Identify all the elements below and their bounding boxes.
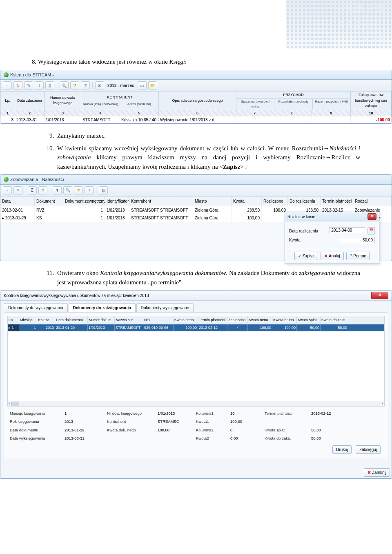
tab-wyksiegowane[interactable]: Dokumenty wyksięgowane [136, 303, 194, 312]
popup-zapisz-button[interactable]: ✔Zapisz [294, 252, 318, 260]
kontrola-grid-empty-area [8, 331, 384, 401]
kgcell: 1/01/2013 [88, 324, 115, 332]
kgcol[interactable]: Numer dok.ks [88, 316, 115, 324]
toolbar-separator [25, 187, 25, 194]
zcol[interactable]: Dokument zewnętrzny [63, 197, 105, 206]
kgcell: 50,00 [321, 324, 348, 332]
kgcell: 100,00 [174, 324, 198, 332]
cell-c8 [273, 116, 312, 123]
ksiega-titlebar: Księga dla STREAM - [0, 70, 392, 80]
drukuj-button[interactable]: Drukuj [332, 445, 352, 454]
toolbar-icon-mail[interactable]: ✉ [95, 81, 104, 89]
toolbar-icon-print[interactable]: ⎙ [38, 186, 47, 194]
kgcell: 1 [19, 324, 37, 332]
toolbar-icon-zoom[interactable]: 🔍 [63, 186, 72, 194]
p8-italic: Księgi [169, 58, 185, 65]
kgcol[interactable]: Lp [8, 316, 19, 324]
kontrola-close-button[interactable]: ✕ [371, 292, 388, 299]
kf-val: 100,00 [230, 419, 259, 424]
kgcol[interactable]: Kwota do zaks [321, 316, 348, 324]
kgcol[interactable]: Data dokumentu [55, 316, 88, 324]
toolbar-icon-doc[interactable]: ▫ [3, 186, 12, 194]
toolbar-icon-filter2[interactable]: ⧩ [85, 186, 94, 194]
toolbar-icon-edit[interactable]: ✎ [13, 186, 22, 194]
popup-pomoc-button[interactable]: ?Pomoc [346, 252, 370, 260]
popup-close-button[interactable]: ✕ [368, 213, 376, 220]
toolbar-icon-print[interactable]: ⎙ [45, 81, 54, 89]
toolbar-icon-filter2[interactable]: ⧩ [81, 81, 90, 89]
kf-lab [107, 436, 152, 441]
p11-text-a: Otwieramy okno [57, 270, 100, 276]
toolbar-icon-sum[interactable]: Σ [28, 186, 37, 194]
list-item-10: W kwietniu spłacamy wcześniej wyksięgowa… [56, 144, 360, 172]
kf-lab: Kwota spłat [265, 427, 305, 433]
kf-lab: Miesiąc księgowania [10, 411, 59, 416]
zcol[interactable]: Kontrahent [129, 197, 193, 206]
zcol[interactable]: Identyfikator [105, 197, 129, 206]
cell-lp: 3 [0, 116, 15, 123]
tab-do-wyksiegowania[interactable]: Dokumenty do wyksięgowania [4, 303, 68, 312]
kgcol[interactable]: Rok za [37, 316, 55, 324]
zcol[interactable]: Kwota [232, 197, 262, 206]
toolbar-icon-filter[interactable]: ⧩ [70, 81, 79, 89]
tab-do-zaksiegowania[interactable]: Dokumenty do zaksięgowania [69, 303, 136, 312]
popup-titlebar: Rozlicz w kasie ✕ [285, 212, 379, 221]
kgcol[interactable]: Termin płatności [198, 316, 227, 324]
scrollbar-thumb[interactable] [11, 402, 19, 406]
kgcell-check-icon: ✓ [227, 324, 248, 332]
kf-lab: Kolumna1 [196, 411, 225, 416]
zcell: 100,00 [232, 214, 262, 222]
zobow-header-row: Data Dokument Dokument zewnętrzny Identy… [0, 197, 392, 206]
kgcell: 100,00 [272, 324, 297, 332]
toolbar-icon-export[interactable]: ⤴ [35, 81, 44, 89]
kgcol[interactable]: Kwota spłat [297, 316, 321, 324]
toolbar-icon-sort[interactable]: ⬍ [53, 186, 62, 194]
ksiega-data-row[interactable]: 3 2013-03-31 1/01/2013 STREAMSOFT Kossak… [0, 116, 392, 123]
kgcol[interactable]: Kwota brutto [272, 316, 297, 324]
kf-lab: Kolumna2 [196, 427, 225, 433]
zcol[interactable]: Termin płatności [321, 197, 353, 206]
p9-text: Zamykamy marzec. [57, 132, 106, 139]
p10-text-c: klikamy prawym klawiszem myszy na danej … [91, 154, 325, 161]
toolbar-icon-doc[interactable]: ▭ [138, 81, 147, 89]
toolbar-icon-layout[interactable]: ▤ [99, 186, 108, 194]
popup-kwota-input[interactable] [339, 237, 375, 243]
popup-data-input[interactable] [329, 227, 365, 233]
calendar-icon[interactable]: 📅 [368, 227, 375, 235]
zcell: ▸ 2013-01-29 [0, 214, 35, 222]
ksiega-column-numbers: 1 2 3 4 5 6 7 8 9 10 [0, 110, 392, 117]
toolbar-icon-zoom[interactable]: 🔍 [60, 81, 69, 89]
toolbar-separator [96, 187, 96, 194]
zcol[interactable]: Dokument [35, 197, 63, 206]
horizontal-scrollbar[interactable]: ◂ ▸ [8, 401, 384, 406]
toolbar-icon-refresh[interactable]: ↻ [13, 81, 22, 89]
col-adres: Adres (siedziba) [120, 101, 158, 107]
kgcol[interactable]: Miesiąc [19, 316, 37, 324]
kontrola-titlebar: Kontrola księgowania/wyksięgowywania dok… [0, 290, 392, 301]
kgcol[interactable]: Nazwa skr. [115, 316, 143, 324]
zcell: 238,50 [232, 206, 262, 214]
zcol[interactable]: Miasto [193, 197, 232, 206]
kgcol[interactable]: Kwota netto [248, 316, 272, 324]
toolbar-icon-filter[interactable]: ⧩ [74, 186, 83, 194]
p11-italic-b: Kontrola księgowania/wyksięgowania dokum… [100, 270, 226, 276]
kgcol[interactable]: Kwota netto [174, 316, 198, 324]
zamknij-button[interactable]: ✖Zamknij [364, 468, 390, 477]
zcol[interactable]: Rozliczono [262, 197, 288, 206]
zcol[interactable]: Data [0, 197, 35, 206]
toolbar-separator [57, 82, 57, 89]
kontrola-title: Kontrola księgowania/wyksięgowywania dok… [4, 293, 149, 299]
toolbar-icon-new[interactable]: ▫ [3, 81, 12, 89]
cell-nazwa: STREAMSOFT [81, 116, 120, 123]
popup-anuluj-button[interactable]: ✖Anuluj [321, 252, 344, 260]
kgcol[interactable]: Zapłacono [227, 316, 248, 324]
app-logo-icon [4, 177, 9, 182]
zaksieguj-button[interactable]: Zaksięguj [356, 445, 381, 454]
kgcol[interactable]: Nip [143, 316, 174, 324]
kontrola-grid-row[interactable]: ▸ 1 1 2013 2013-01-29 1/01/2013 STREAMSO… [8, 324, 384, 332]
toolbar-icon-edit[interactable]: ✎ [24, 81, 33, 89]
zcol[interactable]: Do rozliczenia [288, 197, 321, 206]
toolbar-icon-open[interactable]: 📂 [148, 81, 157, 89]
kf-val: 10 [230, 411, 259, 416]
zcol[interactable]: Rodzaj [353, 197, 392, 206]
